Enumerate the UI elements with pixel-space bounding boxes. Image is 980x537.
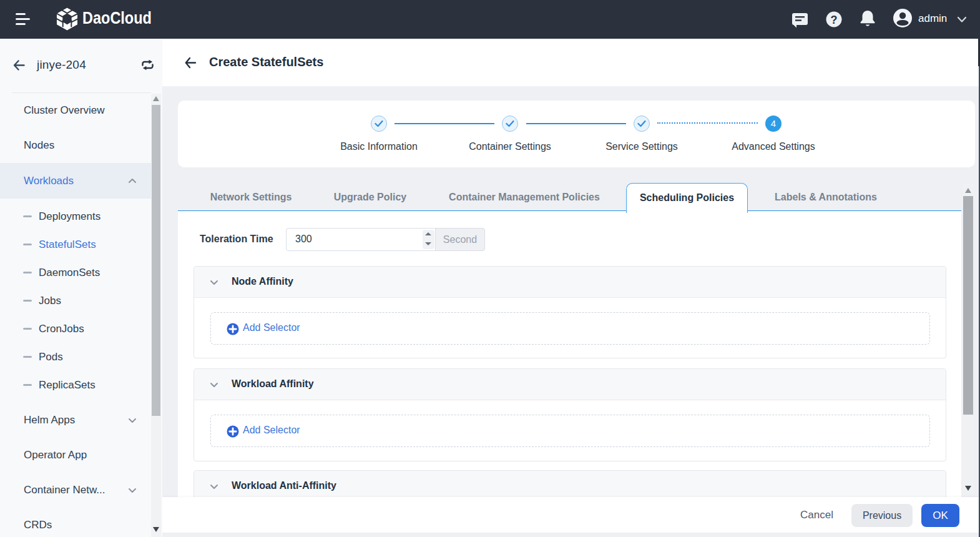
svg-text:?: ? bbox=[831, 14, 838, 26]
